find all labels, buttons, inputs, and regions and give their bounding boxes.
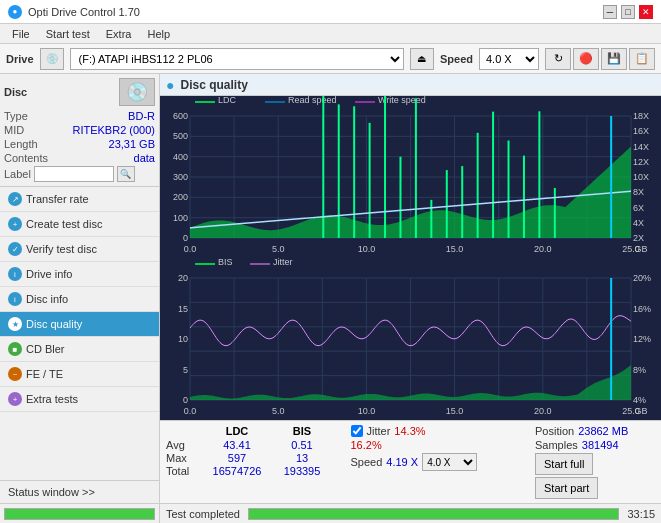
drive-select[interactable]: (F:) ATAPI iHBS112 2 PL06 — [70, 48, 404, 70]
disc-label-row: Label 🔍 — [4, 166, 155, 182]
nav-verify-test-disc[interactable]: ✓ Verify test disc — [0, 237, 159, 262]
stats-total-bis: 193395 — [272, 465, 332, 477]
drive-info-icon: i — [8, 267, 22, 281]
toolbar-btn-3[interactable]: 💾 — [601, 48, 627, 70]
start-full-button[interactable]: Start full — [535, 453, 593, 475]
status-window-button[interactable]: Status window >> — [0, 480, 159, 503]
cd-bler-icon: ■ — [8, 342, 22, 356]
disc-panel-title: Disc — [4, 86, 27, 98]
disc-info-icon: i — [8, 292, 22, 306]
app-icon: ● — [8, 5, 22, 19]
start-part-button[interactable]: Start part — [535, 477, 598, 499]
toolbar-btn-2[interactable]: 🔴 — [573, 48, 599, 70]
status-progress-bar — [248, 508, 619, 520]
jitter-checkbox[interactable] — [351, 425, 363, 437]
app-title: Opti Drive Control 1.70 — [28, 6, 140, 18]
top-chart — [160, 96, 661, 258]
speed-select[interactable]: 4.0 X — [479, 48, 539, 70]
stats-max-bis: 13 — [272, 452, 332, 464]
disc-quality-header: ● Disc quality — [160, 74, 661, 96]
speed-stat-select[interactable]: 4.0 X — [422, 453, 477, 471]
drive-icon: 💿 — [40, 48, 64, 70]
disc-quality-icon: ★ — [8, 317, 22, 331]
bottom-chart — [160, 258, 661, 420]
right-panel: ● Disc quality LDC BIS Avg — [160, 74, 661, 523]
stats-area: LDC BIS Avg 43.41 0.51 Max 597 13 — [160, 420, 661, 503]
menu-start-test[interactable]: Start test — [38, 26, 98, 42]
sidebar: Disc 💿 Type BD-R MID RITEKBR2 (000) Leng… — [0, 74, 160, 523]
disc-label-search-button[interactable]: 🔍 — [117, 166, 135, 182]
close-button[interactable]: ✕ — [639, 5, 653, 19]
disc-mid-row: MID RITEKBR2 (000) — [4, 124, 155, 136]
stats-avg-label: Avg — [166, 439, 202, 451]
fe-te-icon: ~ — [8, 367, 22, 381]
nav-disc-info[interactable]: i Disc info — [0, 287, 159, 312]
speed-label: Speed — [440, 53, 473, 65]
sidebar-progress-bar — [4, 508, 155, 520]
position-label: Position — [535, 425, 574, 437]
samples-val: 381494 — [582, 439, 619, 451]
nav-create-test-disc[interactable]: + Create test disc — [0, 212, 159, 237]
extra-tests-icon: + — [8, 392, 22, 406]
verify-test-disc-icon: ✓ — [8, 242, 22, 256]
disc-type-val: BD-R — [128, 110, 155, 122]
disc-quality-header-icon: ● — [166, 77, 174, 93]
position-val: 23862 MB — [578, 425, 628, 437]
menu-bar: File Start test Extra Help — [0, 24, 661, 44]
menu-file[interactable]: File — [4, 26, 38, 42]
speed-stat-val: 4.19 X — [386, 456, 418, 468]
stats-total-ldc: 16574726 — [202, 465, 272, 477]
maximize-button[interactable]: □ — [621, 5, 635, 19]
disc-length-row: Length 23,31 GB — [4, 138, 155, 150]
drive-bar: Drive 💿 (F:) ATAPI iHBS112 2 PL06 ⏏ Spee… — [0, 44, 661, 74]
title-bar: ● Opti Drive Control 1.70 ─ □ ✕ — [0, 0, 661, 24]
transfer-rate-icon: ↗ — [8, 192, 22, 206]
status-text: Test completed — [166, 508, 240, 520]
stats-avg-ldc: 43.41 — [202, 439, 272, 451]
nav-extra-tests[interactable]: + Extra tests — [0, 387, 159, 412]
samples-label: Samples — [535, 439, 578, 451]
stats-max-label: Max — [166, 452, 202, 464]
drive-label: Drive — [6, 53, 34, 65]
stats-avg-bis: 0.51 — [272, 439, 332, 451]
menu-extra[interactable]: Extra — [98, 26, 140, 42]
nav-drive-info[interactable]: i Drive info — [0, 262, 159, 287]
menu-help[interactable]: Help — [139, 26, 178, 42]
nav-cd-bler[interactable]: ■ CD Bler — [0, 337, 159, 362]
disc-contents-val: data — [134, 152, 155, 164]
stats-max-ldc: 597 — [202, 452, 272, 464]
disc-label-input[interactable] — [34, 166, 114, 182]
create-test-disc-icon: + — [8, 217, 22, 231]
nav-transfer-rate[interactable]: ↗ Transfer rate — [0, 187, 159, 212]
charts-container — [160, 96, 661, 420]
disc-contents-row: Contents data — [4, 152, 155, 164]
status-progress-fill — [249, 509, 618, 519]
eject-button[interactable]: ⏏ — [410, 48, 434, 70]
toolbar-btn-1[interactable]: ↻ — [545, 48, 571, 70]
toolbar-btn-4[interactable]: 📋 — [629, 48, 655, 70]
jitter-avg: 14.3% — [394, 425, 425, 437]
disc-mid-val: RITEKBR2 (000) — [72, 124, 155, 136]
stats-total-label: Total — [166, 465, 202, 477]
stats-bis-header: BIS — [272, 425, 332, 437]
stats-ldc-header: LDC — [202, 425, 272, 437]
disc-image-icon: 💿 — [119, 78, 155, 106]
nav-fe-te[interactable]: ~ FE / TE — [0, 362, 159, 387]
disc-quality-title: Disc quality — [180, 78, 247, 92]
disc-panel: Disc 💿 Type BD-R MID RITEKBR2 (000) Leng… — [0, 74, 159, 187]
jitter-label: Jitter — [367, 425, 391, 437]
jitter-max: 16.2% — [351, 439, 382, 451]
nav-disc-quality[interactable]: ★ Disc quality — [0, 312, 159, 337]
status-time: 33:15 — [627, 508, 655, 520]
disc-type-row: Type BD-R — [4, 110, 155, 122]
speed-stat-label: Speed — [351, 456, 383, 468]
minimize-button[interactable]: ─ — [603, 5, 617, 19]
nav-items: ↗ Transfer rate + Create test disc ✓ Ver… — [0, 187, 159, 412]
sidebar-progress-fill — [5, 509, 154, 519]
disc-length-val: 23,31 GB — [109, 138, 155, 150]
